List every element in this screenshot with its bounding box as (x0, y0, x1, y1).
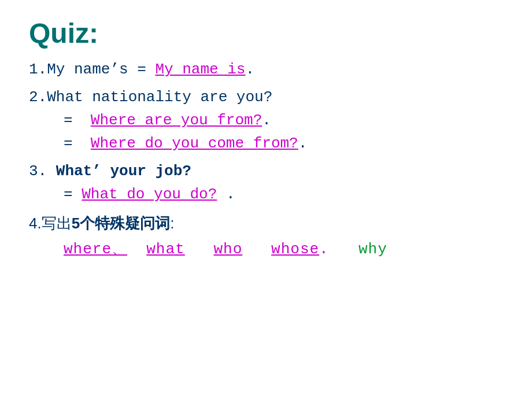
question-4: 4.写出5个特殊疑问词: where、 what who whose. why (29, 213, 503, 258)
q2-answer-2: = Where do you come from?. (64, 135, 503, 152)
q3-text-before: 3. (29, 162, 56, 180)
q2-answer-1: = Where are you from?. (64, 112, 503, 129)
q2a-equals: = (64, 112, 73, 129)
q2b-answer-text: Where do you come from? (91, 135, 298, 152)
q4-word-where: where、 (64, 241, 127, 258)
quiz-title: Quiz: (29, 17, 503, 49)
q4-word-who: who (213, 241, 242, 258)
q3-answer: = What do you do? . (64, 186, 503, 203)
q3-answer-text: What do you do? (82, 186, 217, 203)
q3-equals: = (64, 186, 73, 203)
q2a-answer-text: Where are you from? (91, 112, 262, 129)
q1-answer: My name is (155, 61, 245, 78)
q2b-suffix: . (298, 135, 308, 152)
q4-words-line: where、 what who whose. why (64, 238, 503, 258)
q4-colon: : (170, 215, 174, 232)
page-container: Quiz: 1.My name’s = My name is. 2.What n… (29, 17, 503, 258)
q4-word-what: what (146, 241, 184, 258)
q4-word-whose: whose (271, 241, 319, 258)
q2b-equals: = (64, 135, 73, 152)
q4-separator: . (319, 241, 329, 258)
q2-main: 2.What nationality are you? (29, 88, 503, 106)
q4-header: 4.写出5个特殊疑问词: (29, 213, 503, 234)
q3-suffix: . (226, 186, 235, 203)
q1-text-before: 1.My name’s = (29, 61, 155, 78)
q1-suffix: . (245, 61, 254, 78)
question-1: 1.My name’s = My name is. (29, 61, 503, 78)
q3-main: 3. What’ your job? (29, 162, 503, 180)
q4-bold-chinese: 5个特殊疑问词 (72, 215, 170, 232)
question-3: 3. What’ your job? = What do you do? . (29, 162, 503, 203)
q4-text-chinese: 4.写出 (29, 215, 72, 232)
question-2: 2.What nationality are you? = Where are … (29, 88, 503, 152)
q2a-suffix: . (262, 112, 271, 129)
q4-word-why: why (359, 241, 387, 258)
q3-bold-text: What’ your job? (56, 162, 191, 180)
